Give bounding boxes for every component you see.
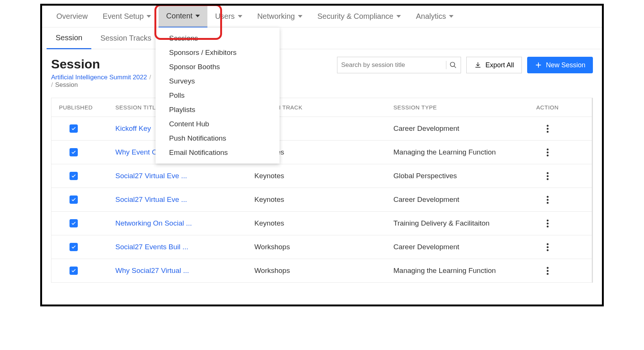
- chevron-down-icon: [195, 15, 200, 17]
- published-checkbox[interactable]: [70, 124, 78, 133]
- published-checkbox[interactable]: [70, 195, 78, 204]
- session-type-cell: Career Development: [393, 195, 525, 204]
- session-title-link[interactable]: Networking On Social ...: [115, 219, 192, 227]
- session-track-cell: Keynotes: [254, 172, 393, 180]
- row-actions-menu[interactable]: [525, 243, 570, 251]
- nav-security-label: Security & Compliance: [317, 12, 393, 21]
- breadcrumb-event-link[interactable]: Artificial Intelligence Summit 2022: [51, 74, 147, 81]
- top-nav: Overview Event Setup Content Users Netwo…: [42, 6, 602, 27]
- nav-users[interactable]: Users: [207, 6, 249, 27]
- published-checkbox[interactable]: [70, 267, 78, 275]
- session-track-cell: Keynotes: [254, 195, 393, 204]
- session-type-cell: Managing the Learning Function: [393, 267, 525, 275]
- session-track-cell: Keynotes: [254, 219, 393, 227]
- nav-content-label: Content: [166, 12, 192, 20]
- session-title-link[interactable]: Social27 Virtual Eve ...: [115, 195, 187, 203]
- nav-overview[interactable]: Overview: [49, 6, 95, 27]
- dropdown-sponsors[interactable]: Sponsors / Exhibitors: [156, 45, 280, 60]
- nav-event-setup[interactable]: Event Setup: [95, 6, 159, 27]
- nav-overview-label: Overview: [56, 12, 88, 21]
- col-header-action: ACTION: [525, 104, 570, 111]
- chevron-down-icon: [147, 15, 151, 18]
- nav-event-setup-label: Event Setup: [103, 12, 144, 21]
- session-type-cell: Managing the Learning Function: [393, 148, 525, 156]
- session-track-cell: Workshops: [254, 267, 393, 275]
- breadcrumb: Artificial Intelligence Summit 2022 /: [51, 74, 153, 81]
- published-checkbox[interactable]: [70, 219, 78, 227]
- session-title-link[interactable]: Social27 Virtual Eve ...: [115, 172, 187, 180]
- breadcrumb-current: Session: [55, 81, 78, 89]
- table-row: Social27 Virtual Eve ...KeynotesCareer D…: [51, 188, 592, 212]
- dropdown-content-hub[interactable]: Content Hub: [156, 117, 280, 131]
- session-track-cell: Workshops: [254, 243, 393, 251]
- table-row: Social27 Virtual Eve ...KeynotesGlobal P…: [51, 164, 592, 188]
- session-title-link[interactable]: Kickoff Key: [115, 124, 151, 132]
- col-header-type: SESSION TYPE: [393, 104, 525, 111]
- nav-analytics-label: Analytics: [416, 12, 446, 21]
- page-title: Session: [51, 57, 153, 71]
- search-divider: [446, 61, 446, 69]
- nav-users-label: Users: [215, 12, 234, 21]
- session-type-cell: Career Development: [393, 243, 525, 251]
- sub-nav: Session Session Tracks: [42, 27, 602, 49]
- col-header-published: PUBLISHED: [51, 104, 115, 111]
- chevron-down-icon: [238, 15, 242, 18]
- published-checkbox[interactable]: [70, 172, 78, 180]
- published-checkbox[interactable]: [70, 243, 78, 251]
- session-type-cell: Global Perspectives: [393, 172, 525, 180]
- sessions-table: PUBLISHED SESSION TITLE SESSION TRACK SE…: [51, 98, 593, 283]
- nav-security[interactable]: Security & Compliance: [310, 6, 408, 27]
- row-actions-menu[interactable]: [525, 220, 570, 227]
- export-all-label: Export All: [485, 61, 514, 69]
- svg-point-0: [450, 62, 455, 67]
- row-actions-menu[interactable]: [525, 125, 570, 133]
- nav-networking[interactable]: Networking: [250, 6, 310, 27]
- dropdown-sessions[interactable]: Sessions: [156, 31, 280, 45]
- row-actions-menu[interactable]: [525, 148, 570, 156]
- chevron-down-icon: [298, 15, 302, 18]
- table-header: PUBLISHED SESSION TITLE SESSION TRACK SE…: [51, 98, 592, 117]
- download-icon: [474, 61, 482, 69]
- breadcrumb-separator: /: [51, 81, 53, 89]
- table-row: Networking On Social ...KeynotesTraining…: [51, 212, 592, 235]
- export-all-button[interactable]: Export All: [466, 57, 522, 73]
- session-type-cell: Career Development: [393, 124, 525, 133]
- tab-session-tracks[interactable]: Session Tracks: [91, 27, 160, 49]
- row-actions-menu[interactable]: [525, 172, 570, 180]
- breadcrumb-separator: /: [149, 74, 151, 81]
- search-box[interactable]: [337, 57, 461, 73]
- session-title-link[interactable]: Social27 Events Buil ...: [115, 243, 188, 251]
- dropdown-push[interactable]: Push Notifications: [156, 131, 280, 145]
- published-checkbox[interactable]: [70, 148, 78, 156]
- nav-content[interactable]: Content: [159, 6, 207, 27]
- row-actions-menu[interactable]: [525, 196, 570, 204]
- session-type-cell: Training Delivery & Facilitaiton: [393, 219, 525, 227]
- content-dropdown: Sessions Sponsors / Exhibitors Sponsor B…: [156, 27, 280, 164]
- row-actions-menu[interactable]: [525, 267, 570, 275]
- table-row: Social27 Events Buil ...WorkshopsCareer …: [51, 235, 592, 259]
- breadcrumb-line2: / Session: [51, 81, 153, 89]
- new-session-label: New Session: [546, 61, 585, 69]
- svg-line-1: [454, 66, 456, 68]
- nav-networking-label: Networking: [257, 12, 295, 21]
- tab-session[interactable]: Session: [47, 27, 91, 49]
- dropdown-playlists[interactable]: Playlists: [156, 103, 280, 117]
- table-row: Why Social27 Virtual ...WorkshopsManagin…: [51, 259, 592, 282]
- search-input[interactable]: [341, 61, 443, 69]
- dropdown-email[interactable]: Email Notifications: [156, 145, 280, 160]
- dropdown-polls[interactable]: Polls: [156, 88, 280, 103]
- nav-analytics[interactable]: Analytics: [408, 6, 461, 27]
- dropdown-booths[interactable]: Sponsor Booths: [156, 60, 280, 74]
- table-row: Why Event Owners And ...KeynotesManaging…: [51, 141, 592, 164]
- session-title-link[interactable]: Why Social27 Virtual ...: [115, 267, 189, 274]
- new-session-button[interactable]: New Session: [527, 57, 593, 73]
- chevron-down-icon: [449, 15, 454, 18]
- dropdown-surveys[interactable]: Surveys: [156, 74, 280, 88]
- table-row: Kickoff KeyotesCareer Development: [51, 117, 592, 141]
- search-icon[interactable]: [449, 61, 457, 69]
- plus-icon: [535, 61, 542, 69]
- chevron-down-icon: [396, 15, 401, 18]
